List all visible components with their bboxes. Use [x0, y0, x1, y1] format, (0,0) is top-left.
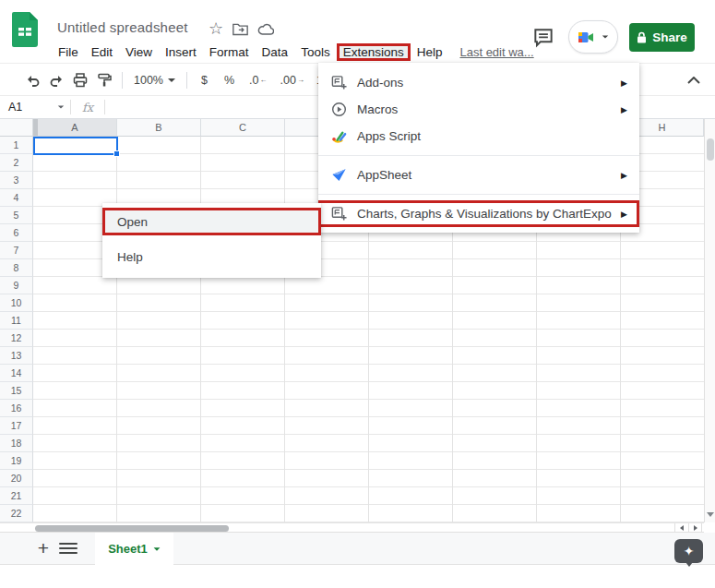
play-circle-icon: [330, 102, 347, 118]
menu-extensions[interactable]: Extensions: [337, 43, 411, 61]
row-header-17[interactable]: 17: [0, 417, 33, 435]
menu-item-macros[interactable]: Macros ▶: [318, 96, 639, 123]
menu-item-appsheet[interactable]: AppSheet ▶: [318, 162, 639, 188]
menu-divider: [318, 194, 639, 195]
paint-format-button[interactable]: [92, 68, 116, 92]
row-header-3[interactable]: 3: [0, 172, 33, 189]
star-icon[interactable]: ☆: [209, 21, 223, 37]
column-header-b[interactable]: B: [117, 119, 201, 137]
row-header-16[interactable]: 16: [0, 400, 33, 417]
scroll-left-button[interactable]: [674, 523, 688, 533]
name-box[interactable]: A1: [0, 101, 70, 114]
undo-button[interactable]: [20, 68, 44, 92]
increase-decimal-button[interactable]: .00→: [274, 68, 311, 92]
menu-view[interactable]: View: [119, 43, 159, 61]
row-header-22[interactable]: 22: [0, 505, 33, 522]
scroll-down-icon[interactable]: [707, 512, 714, 517]
row-header-20[interactable]: 20: [0, 470, 33, 487]
row-header-19[interactable]: 19: [0, 452, 33, 470]
menu-tools[interactable]: Tools: [294, 43, 337, 61]
collapse-toolbar-button[interactable]: [682, 68, 706, 92]
submenu-item-open[interactable]: Open: [102, 208, 321, 235]
addon-icon: [330, 75, 347, 91]
submenu-arrow-icon: ▶: [621, 105, 627, 114]
cloud-status-icon[interactable]: [257, 23, 274, 36]
column-header-c[interactable]: C: [201, 119, 285, 137]
row-header-9[interactable]: 9: [0, 277, 33, 294]
submenu-arrow-icon: ▶: [621, 78, 627, 88]
zoom-select[interactable]: 100%: [128, 68, 181, 92]
chartexpo-submenu: Open Help: [102, 203, 321, 278]
row-header-21[interactable]: 21: [0, 487, 33, 505]
add-sheet-button[interactable]: +: [30, 535, 56, 561]
row-header-1[interactable]: 1: [0, 137, 33, 154]
menu-file[interactable]: File: [52, 43, 85, 61]
format-currency-button[interactable]: $: [193, 68, 216, 92]
submenu-arrow-icon: ▶: [621, 171, 627, 180]
menu-edit[interactable]: Edit: [85, 43, 119, 61]
horizontal-scrollbar-thumb[interactable]: [35, 525, 229, 532]
menu-divider: [318, 155, 639, 156]
meet-icon: [578, 30, 594, 44]
comment-icon[interactable]: [531, 26, 555, 50]
fill-handle[interactable]: [113, 150, 120, 157]
format-percent-button[interactable]: %: [216, 68, 243, 92]
vertical-scrollbar[interactable]: [704, 119, 715, 522]
extensions-dropdown-menu: Add-ons ▶ Macros ▶ Apps Script: [318, 63, 639, 233]
row-header-14[interactable]: 14: [0, 365, 33, 382]
column-header-a[interactable]: A: [33, 119, 117, 137]
submenu-item-help[interactable]: Help: [102, 243, 321, 270]
scroll-right-button[interactable]: [688, 523, 702, 533]
horizontal-scrollbar[interactable]: [0, 522, 704, 533]
row-header-11[interactable]: 11: [0, 312, 33, 330]
print-button[interactable]: [68, 68, 92, 92]
addon-icon: [330, 206, 347, 222]
share-button[interactable]: Share: [629, 23, 695, 52]
cell-reference: A1: [8, 101, 22, 114]
formula-bar-divider: [104, 100, 105, 114]
sheet-tab[interactable]: Sheet1: [95, 533, 173, 565]
fx-icon: fx: [71, 101, 104, 114]
explore-button[interactable]: ✦: [674, 539, 703, 563]
explore-star-icon: ✦: [684, 544, 695, 558]
row-header-15[interactable]: 15: [0, 382, 33, 400]
sheets-logo[interactable]: [12, 12, 38, 47]
menu-help[interactable]: Help: [411, 43, 449, 61]
menu-item-add-ons[interactable]: Add-ons ▶: [318, 69, 639, 96]
document-actions: ☆: [209, 21, 274, 37]
row-header-4[interactable]: 4: [0, 189, 33, 207]
meet-button[interactable]: [568, 20, 618, 54]
google-sheets-app: Untitled spreadsheet ☆ FileEditViewInser…: [0, 0, 715, 588]
decrease-decimal-button[interactable]: .0←: [243, 68, 273, 92]
toolbar-divider: [122, 72, 123, 89]
menu-item-chartexpo[interactable]: Charts, Graphs & Visualizations by Chart…: [318, 200, 639, 227]
menu-format[interactable]: Format: [203, 43, 256, 61]
redo-button[interactable]: [44, 68, 68, 92]
meet-dropdown-caret: [602, 35, 608, 38]
sheet-tab-caret: [153, 547, 160, 550]
row-header-2[interactable]: 2: [0, 154, 33, 172]
row-header-8[interactable]: 8: [0, 259, 33, 277]
row-header-5[interactable]: 5: [0, 207, 33, 224]
row-header-12[interactable]: 12: [0, 330, 33, 347]
select-all-corner[interactable]: [0, 119, 33, 137]
sheet-tab-label: Sheet1: [108, 542, 148, 556]
row-header-13[interactable]: 13: [0, 347, 33, 365]
lock-icon: [637, 31, 647, 43]
apps-script-icon: [330, 128, 347, 145]
toolbar-divider: [186, 72, 187, 89]
move-folder-icon[interactable]: [232, 22, 248, 36]
row-header-6[interactable]: 6: [0, 224, 33, 242]
menu-data[interactable]: Data: [256, 43, 295, 61]
last-edit-link[interactable]: Last edit wa...: [459, 43, 533, 61]
row-header-7[interactable]: 7: [0, 242, 33, 259]
row-header-18[interactable]: 18: [0, 435, 33, 452]
selected-cell-outline: [33, 137, 118, 155]
document-title[interactable]: Untitled spreadsheet: [57, 19, 188, 35]
all-sheets-button[interactable]: [59, 540, 77, 557]
vertical-scrollbar-thumb[interactable]: [707, 138, 714, 161]
name-box-caret: [58, 105, 64, 108]
row-header-10[interactable]: 10: [0, 294, 33, 312]
menu-item-apps-script[interactable]: Apps Script: [318, 123, 639, 150]
menu-insert[interactable]: Insert: [159, 43, 203, 61]
